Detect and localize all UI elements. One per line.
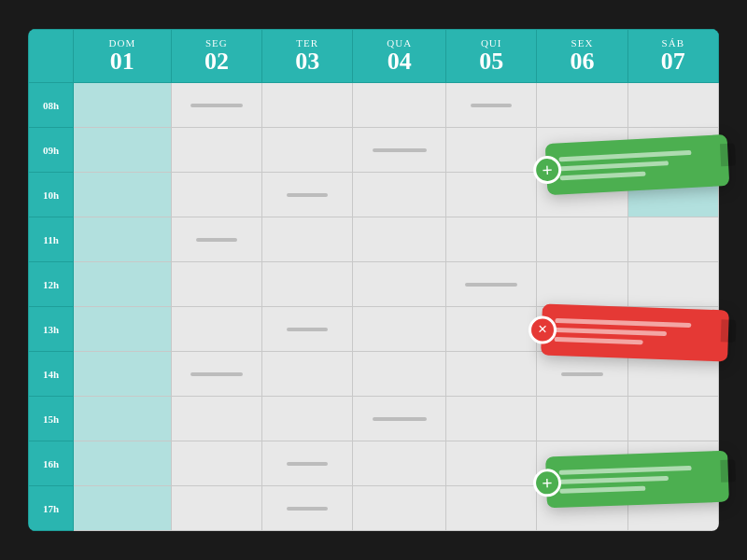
green-popup-bottom[interactable]: + [545, 451, 729, 509]
cell-qua-17h[interactable] [353, 486, 446, 531]
cell-dom-16h[interactable] [74, 441, 172, 486]
cell-qui-10h[interactable] [446, 173, 537, 217]
time-11h: 11h [29, 217, 74, 262]
time-13h: 13h [29, 307, 74, 352]
header-sab-num: 07 [632, 49, 714, 76]
header-ter: TER 03 [262, 29, 353, 83]
cell-qui-17h[interactable] [446, 486, 537, 531]
header-dom-num: 01 [78, 49, 167, 76]
header-qui: QUI 05 [446, 29, 537, 83]
cell-sab-11h[interactable] [627, 217, 718, 262]
header-seg-abbr: SEG [176, 37, 258, 49]
cell-qui-11h[interactable] [446, 217, 537, 262]
cell-qua-10h[interactable] [353, 173, 446, 217]
cell-qui-13h[interactable] [446, 307, 537, 352]
cell-ter-15h[interactable] [262, 397, 353, 441]
cell-seg-14h[interactable] [171, 352, 261, 397]
header-qua: QUA 04 [353, 29, 446, 83]
cell-sex-12h[interactable] [537, 262, 627, 307]
time-09h: 09h [29, 128, 74, 173]
popup-line [558, 150, 691, 161]
cell-qui-14h[interactable] [446, 352, 537, 397]
cell-ter-08h[interactable] [262, 83, 353, 128]
cell-qua-08h[interactable] [353, 83, 446, 128]
table-row: 08h [29, 83, 719, 128]
cell-seg-16h[interactable] [171, 441, 261, 486]
cell-dom-09h[interactable] [74, 128, 172, 173]
cell-seg-17h[interactable] [171, 486, 261, 531]
cell-sex-11h[interactable] [537, 217, 627, 262]
cell-sab-12h[interactable] [627, 262, 718, 307]
cell-ter-10h[interactable] [262, 173, 353, 217]
cell-seg-12h[interactable] [171, 262, 261, 307]
header-qua-abbr: QUA [357, 37, 442, 49]
cell-seg-15h[interactable] [171, 397, 261, 441]
cell-qua-09h[interactable] [353, 128, 446, 173]
cell-dom-08h[interactable] [74, 83, 172, 128]
popup-line [559, 161, 669, 171]
header-qui-num: 05 [450, 49, 532, 76]
cell-qua-16h[interactable] [353, 441, 446, 486]
cell-ter-16h[interactable] [262, 441, 353, 486]
red-popup-mid[interactable]: × [541, 303, 729, 361]
cell-sab-15h[interactable] [627, 397, 718, 441]
cell-seg-09h[interactable] [171, 128, 261, 173]
popup-line [559, 486, 645, 494]
cell-seg-10h[interactable] [171, 173, 261, 217]
popup-line [559, 476, 669, 484]
header-sex-num: 06 [541, 49, 623, 76]
cell-seg-08h[interactable] [171, 83, 261, 128]
cell-dom-13h[interactable] [74, 307, 172, 352]
cell-dom-14h[interactable] [74, 352, 172, 397]
cell-ter-09h[interactable] [262, 128, 353, 173]
add-icon[interactable]: + [532, 154, 562, 184]
cell-qua-12h[interactable] [353, 262, 446, 307]
cell-qua-14h[interactable] [353, 352, 446, 397]
cell-ter-12h[interactable] [262, 262, 353, 307]
table-row: 14h [29, 352, 719, 397]
cell-dom-11h[interactable] [74, 217, 172, 262]
cell-sex-08h[interactable] [537, 83, 627, 128]
popup-line [560, 171, 646, 180]
time-15h: 15h [29, 397, 74, 441]
header-dom-abbr: DOM [78, 37, 167, 49]
popup-line [555, 337, 643, 344]
time-17h: 17h [29, 486, 74, 531]
cell-ter-17h[interactable] [262, 486, 353, 531]
cell-seg-13h[interactable] [171, 307, 261, 352]
add-icon[interactable]: + [533, 469, 562, 497]
cell-qui-16h[interactable] [446, 441, 537, 486]
cell-sex-15h[interactable] [537, 397, 627, 441]
cell-qui-12h[interactable] [446, 262, 537, 307]
cell-qua-13h[interactable] [353, 307, 446, 352]
cell-qui-09h[interactable] [446, 128, 537, 173]
time-08h: 08h [29, 83, 74, 128]
cell-ter-13h[interactable] [262, 307, 353, 352]
cell-dom-15h[interactable] [74, 397, 172, 441]
cell-dom-12h[interactable] [74, 262, 172, 307]
time-12h: 12h [29, 262, 74, 307]
table-row: 11h [29, 217, 719, 262]
header-ter-num: 03 [266, 49, 348, 76]
header-dom: DOM 01 [74, 29, 172, 83]
header-seg: SEG 02 [171, 29, 261, 83]
time-16h: 16h [29, 441, 74, 486]
cell-ter-14h[interactable] [262, 352, 353, 397]
popup-line [559, 466, 692, 475]
cell-dom-10h[interactable] [74, 173, 172, 217]
header-time-empty [29, 29, 74, 83]
calendar-wrapper: DOM 01 SEG 02 TER 03 QUA 04 QUI 05 [28, 29, 719, 532]
cell-seg-11h[interactable] [171, 217, 261, 262]
header-sex: SEX 06 [537, 29, 627, 83]
cell-qua-11h[interactable] [353, 217, 446, 262]
cell-dom-17h[interactable] [74, 486, 172, 531]
cell-ter-11h[interactable] [262, 217, 353, 262]
green-popup-top[interactable]: + [545, 134, 730, 195]
time-10h: 10h [29, 173, 74, 217]
cell-qua-15h[interactable] [353, 397, 446, 441]
cell-sab-08h[interactable] [627, 83, 718, 128]
cell-qui-15h[interactable] [446, 397, 537, 441]
remove-icon[interactable]: × [529, 315, 557, 343]
cell-sex-14h[interactable] [537, 352, 627, 397]
cell-qui-08h[interactable] [446, 83, 537, 128]
